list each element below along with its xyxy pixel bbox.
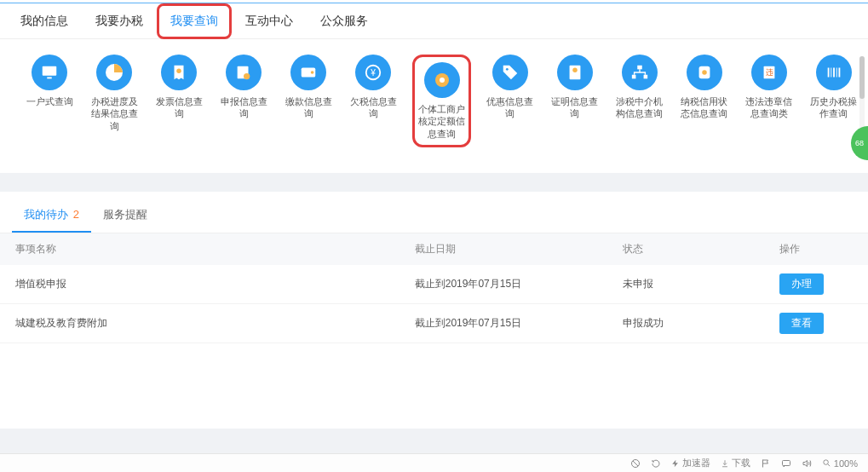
- nav-my-query[interactable]: 我要查询: [157, 3, 232, 39]
- svg-rect-16: [632, 75, 636, 79]
- svg-rect-28: [782, 460, 790, 465]
- cell-name: 增值税申报: [0, 265, 400, 304]
- svg-point-29: [824, 460, 829, 465]
- icon-label: 缴款信息查询: [283, 95, 334, 120]
- svg-rect-26: [838, 68, 840, 78]
- tab-count: 2: [73, 208, 79, 221]
- wallet-icon: [290, 55, 326, 90]
- nav-my-info[interactable]: 我的信息: [7, 3, 82, 39]
- col-action: 操作: [764, 233, 868, 265]
- handle-button[interactable]: 办理: [779, 273, 824, 295]
- pie-icon: [96, 55, 132, 90]
- query-individual-biz[interactable]: 个体工商户核定定额信息查询: [412, 55, 470, 147]
- query-payment[interactable]: 缴款信息查询: [283, 55, 334, 147]
- browser-statusbar: 加速器 下载 100%: [0, 453, 868, 472]
- warning-icon: 违: [751, 55, 787, 90]
- nav-public[interactable]: 公众服务: [307, 3, 382, 39]
- yen-icon: ¥: [355, 55, 391, 90]
- query-intermediary[interactable]: 涉税中介机构信息查询: [614, 55, 665, 147]
- svg-point-19: [702, 70, 707, 75]
- query-invoice[interactable]: 发票信息查询: [153, 55, 204, 147]
- tab-todo[interactable]: 我的待办 2: [12, 199, 91, 233]
- barcode-icon: [816, 55, 852, 90]
- tasks-panel: 我的待办 2 服务提醒 事项名称 截止日期 状态 操作 增值税申报 截止到201…: [0, 192, 868, 429]
- status-zoom[interactable]: 100%: [822, 458, 858, 469]
- query-history[interactable]: 历史办税操作查询: [808, 55, 859, 147]
- cell-deadline: 截止到2019年07月15日: [400, 265, 608, 304]
- query-violation[interactable]: 违 违法违章信息查询类: [744, 55, 795, 147]
- query-owed-tax[interactable]: ¥ 欠税信息查询: [348, 55, 399, 147]
- col-deadline: 截止日期: [400, 233, 608, 265]
- query-certificate[interactable]: 证明信息查询: [549, 55, 601, 147]
- status-chat-icon[interactable]: [781, 458, 791, 469]
- icon-label: 办税进度及结果信息查询: [89, 95, 140, 132]
- query-progress-result[interactable]: 办税进度及结果信息查询: [89, 55, 140, 147]
- task-tabs: 我的待办 2 服务提醒: [0, 192, 868, 233]
- svg-point-12: [506, 68, 509, 71]
- tab-label: 我的待办: [24, 208, 68, 221]
- query-icon-grid: 一户式查询 办税进度及结果信息查询 发票信息查询 申报信息查询 缴款信息查询: [9, 55, 859, 147]
- svg-rect-24: [833, 68, 835, 78]
- svg-point-7: [311, 71, 314, 74]
- icon-label: 欠税信息查询: [348, 95, 399, 120]
- svg-rect-15: [637, 66, 642, 70]
- status-flag-icon[interactable]: [761, 458, 771, 469]
- query-preferential[interactable]: 优惠信息查询: [485, 55, 536, 147]
- svg-rect-1: [47, 78, 52, 79]
- cell-name: 城建税及教育费附加: [0, 303, 400, 342]
- col-status: 状态: [607, 233, 763, 265]
- table-row: 城建税及教育费附加 截止到2019年07月15日 申报成功 查看: [0, 303, 868, 342]
- svg-rect-22: [828, 68, 830, 78]
- status-download-label: 下载: [732, 457, 750, 469]
- icon-label: 历史办税操作查询: [808, 95, 859, 120]
- doc-check-icon: [557, 55, 593, 90]
- org-chart-icon: [622, 55, 658, 90]
- svg-rect-0: [43, 66, 57, 76]
- svg-point-5: [244, 73, 250, 79]
- icon-label: 优惠信息查询: [485, 95, 536, 120]
- nav-interact[interactable]: 互动中心: [232, 3, 307, 39]
- status-blocker-icon[interactable]: [630, 458, 641, 469]
- status-sound-icon[interactable]: [802, 458, 812, 469]
- tag-icon: [492, 55, 528, 90]
- cell-status: 申报成功: [607, 303, 763, 342]
- scrollbar-thumb[interactable]: [859, 56, 865, 99]
- status-download[interactable]: 下载: [721, 457, 750, 469]
- status-accelerator-label: 加速器: [682, 457, 710, 469]
- table-row: 增值税申报 截止到2019年07月15日 未申报 办理: [0, 265, 868, 304]
- panel-gap: [0, 173, 868, 192]
- query-icon-panel: 一户式查询 办税进度及结果信息查询 发票信息查询 申报信息查询 缴款信息查询: [0, 39, 868, 173]
- status-refresh-icon[interactable]: [651, 458, 661, 469]
- main-nav: 我的信息 我要办税 我要查询 互动中心 公众服务: [0, 3, 868, 39]
- cell-action: 办理: [764, 265, 868, 304]
- nav-my-process[interactable]: 我要办税: [82, 3, 157, 39]
- status-zoom-label: 100%: [834, 458, 858, 469]
- query-credit-status[interactable]: 纳税信用状态信息查询: [679, 55, 730, 147]
- col-name: 事项名称: [0, 233, 400, 265]
- svg-point-11: [440, 78, 445, 83]
- svg-rect-25: [836, 68, 837, 78]
- svg-point-3: [176, 68, 181, 73]
- cell-action: 查看: [764, 303, 868, 342]
- icon-label: 违法违章信息查询类: [744, 95, 795, 120]
- table-header-row: 事项名称 截止日期 状态 操作: [0, 233, 868, 265]
- svg-rect-23: [831, 68, 831, 78]
- cell-status: 未申报: [607, 265, 763, 304]
- icon-label: 个体工商户核定定额信息查询: [417, 103, 466, 140]
- svg-text:违: 违: [765, 68, 773, 77]
- book-person-icon: [226, 55, 262, 90]
- receipt-icon: [161, 55, 197, 90]
- status-accelerator[interactable]: 加速器: [671, 457, 710, 469]
- query-one-stop[interactable]: 一户式查询: [24, 55, 75, 147]
- tab-notice[interactable]: 服务提醒: [91, 199, 159, 233]
- view-button[interactable]: 查看: [779, 313, 824, 334]
- query-declare-info[interactable]: 申报信息查询: [218, 55, 269, 147]
- monitor-icon: [32, 55, 67, 90]
- icon-label: 纳税信用状态信息查询: [679, 95, 730, 120]
- icon-label: 申报信息查询: [218, 95, 269, 120]
- icon-label: 一户式查询: [26, 95, 73, 107]
- badge-icon: [687, 55, 722, 90]
- svg-point-14: [572, 68, 578, 73]
- coin-icon: [424, 62, 460, 98]
- cell-deadline: 截止到2019年07月15日: [400, 303, 608, 342]
